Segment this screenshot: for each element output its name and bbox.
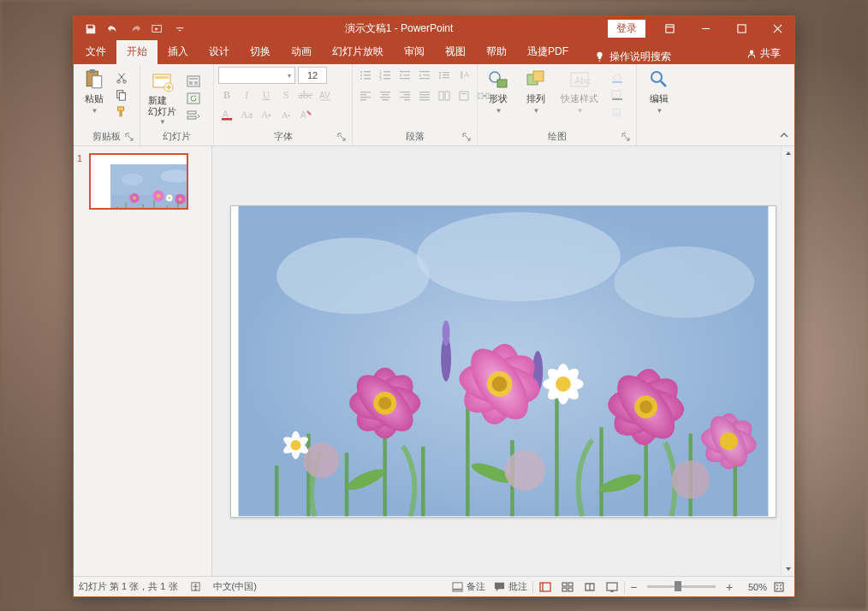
signin-button[interactable]: 登录 <box>608 20 645 38</box>
shadow-button[interactable]: S <box>277 86 294 104</box>
tell-me-search[interactable]: 操作说明搜索 <box>594 50 671 64</box>
tab-pdf[interactable]: 迅捷PDF <box>517 40 579 64</box>
ribbon-display-icon[interactable] <box>652 17 687 41</box>
shape-effects-icon[interactable] <box>609 104 626 120</box>
numbering-icon[interactable]: 123 <box>377 67 394 84</box>
save-icon[interactable] <box>80 19 101 39</box>
maximize-icon[interactable] <box>724 17 758 41</box>
quick-styles-button[interactable]: Abc 快速样式▼ <box>557 67 602 116</box>
svg-point-29 <box>360 74 362 76</box>
italic-button[interactable]: I <box>238 86 255 104</box>
font-size-input[interactable]: 12 <box>298 67 327 84</box>
thumbnail-item[interactable]: 1 <box>74 153 211 215</box>
underline-button[interactable]: U <box>258 86 275 104</box>
zoom-out-button[interactable]: − <box>627 580 640 594</box>
start-from-beginning-icon[interactable] <box>147 19 168 39</box>
svg-rect-143 <box>453 583 462 589</box>
new-slide-button[interactable]: 新建 幻灯片▼ <box>145 69 180 127</box>
zoom-slider[interactable] <box>647 585 716 588</box>
zoom-slider-thumb[interactable] <box>675 581 681 591</box>
scroll-down-icon[interactable] <box>782 562 795 576</box>
qat-customize-icon[interactable] <box>169 19 190 39</box>
svg-rect-36 <box>383 74 390 76</box>
decrease-indent-icon[interactable] <box>396 67 413 84</box>
font-color-icon[interactable]: A <box>218 106 235 123</box>
accessibility-checker-icon[interactable] <box>187 579 205 594</box>
minimize-icon[interactable] <box>688 17 722 41</box>
character-spacing-icon[interactable]: AV <box>317 86 334 104</box>
bold-button[interactable]: B <box>218 86 235 104</box>
thumbnail-preview[interactable] <box>89 153 188 210</box>
format-painter-icon[interactable] <box>114 104 129 120</box>
shape-outline-icon[interactable] <box>609 87 626 103</box>
share-button[interactable]: 共享 <box>740 43 788 64</box>
drawing-dialog-launcher[interactable] <box>621 133 631 143</box>
tab-help[interactable]: 帮助 <box>476 40 517 64</box>
zoom-value[interactable]: 50% <box>738 582 767 592</box>
section-icon[interactable] <box>185 108 202 123</box>
align-center-icon[interactable] <box>377 87 394 104</box>
justify-icon[interactable] <box>416 87 433 104</box>
clear-formatting-icon[interactable]: A <box>297 106 314 123</box>
tab-home[interactable]: 开始 <box>116 40 158 64</box>
change-case-button[interactable]: Aa <box>238 106 255 123</box>
cut-icon[interactable] <box>114 70 129 86</box>
slide-counter[interactable]: 幻灯片 第 1 张，共 1 张 <box>79 580 178 593</box>
increase-font-icon[interactable]: A▴ <box>258 106 275 123</box>
ribbon: 粘贴▼ 剪贴板 新建 幻灯片▼ <box>74 64 794 146</box>
undo-icon[interactable] <box>103 19 123 39</box>
vertical-scrollbar[interactable] <box>781 146 794 576</box>
normal-view-icon[interactable] <box>535 578 556 596</box>
shapes-button[interactable]: 形状▼ <box>482 67 514 116</box>
svg-rect-17 <box>189 78 198 80</box>
tab-transitions[interactable]: 切换 <box>240 40 281 64</box>
tab-slideshow[interactable]: 幻灯片放映 <box>322 40 394 64</box>
text-direction-icon[interactable]: ‖A <box>455 67 473 84</box>
clipboard-dialog-launcher[interactable] <box>124 133 134 143</box>
slide-sorter-view-icon[interactable] <box>557 578 578 596</box>
redo-icon[interactable] <box>125 19 146 39</box>
editing-button[interactable]: 编辑▼ <box>643 67 675 116</box>
font-name-input[interactable]: ▾ <box>218 67 295 84</box>
fit-to-window-icon[interactable] <box>769 578 789 596</box>
arrange-button[interactable]: 排列▼ <box>520 67 552 116</box>
columns-icon[interactable] <box>436 87 453 104</box>
layout-icon[interactable] <box>185 74 202 89</box>
tab-file[interactable]: 文件 <box>75 40 116 64</box>
tab-design[interactable]: 设计 <box>199 40 240 64</box>
slide-editor[interactable] <box>212 146 794 576</box>
collapse-ribbon-icon[interactable] <box>777 129 791 143</box>
shape-fill-icon[interactable] <box>609 70 626 86</box>
zoom-in-button[interactable]: + <box>722 580 736 594</box>
comments-button[interactable]: 批注 <box>490 578 531 595</box>
paste-button[interactable]: 粘贴▼ <box>78 67 110 116</box>
language-indicator[interactable]: 中文(中国) <box>213 580 257 593</box>
paragraph-dialog-launcher[interactable] <box>461 133 472 143</box>
notes-button[interactable]: 备注 <box>449 578 489 595</box>
scroll-up-icon[interactable] <box>782 146 795 160</box>
svg-rect-79 <box>612 98 622 100</box>
close-icon[interactable] <box>760 17 794 41</box>
strikethrough-button[interactable]: abc <box>297 86 314 104</box>
increase-indent-icon[interactable] <box>416 67 433 84</box>
align-text-icon[interactable] <box>455 87 473 104</box>
tab-view[interactable]: 视图 <box>435 40 476 64</box>
bullets-icon[interactable] <box>357 67 374 84</box>
align-right-icon[interactable] <box>396 87 413 104</box>
thumbnail-number: 1 <box>77 153 86 210</box>
slide-thumbnails-panel[interactable]: 1 <box>74 146 212 576</box>
tab-review[interactable]: 审阅 <box>394 40 435 64</box>
slide-canvas[interactable] <box>230 205 776 518</box>
svg-rect-62 <box>419 94 430 95</box>
decrease-font-icon[interactable]: A▾ <box>277 106 294 123</box>
reset-icon[interactable] <box>185 91 202 106</box>
slide-image[interactable] <box>231 206 776 517</box>
slideshow-view-icon[interactable] <box>602 578 622 596</box>
align-left-icon[interactable] <box>357 87 374 104</box>
tab-animations[interactable]: 动画 <box>281 40 322 64</box>
font-dialog-launcher[interactable] <box>336 133 347 143</box>
tab-insert[interactable]: 插入 <box>158 40 199 64</box>
line-spacing-icon[interactable] <box>436 67 453 84</box>
copy-icon[interactable] <box>114 87 129 103</box>
reading-view-icon[interactable] <box>580 578 600 596</box>
